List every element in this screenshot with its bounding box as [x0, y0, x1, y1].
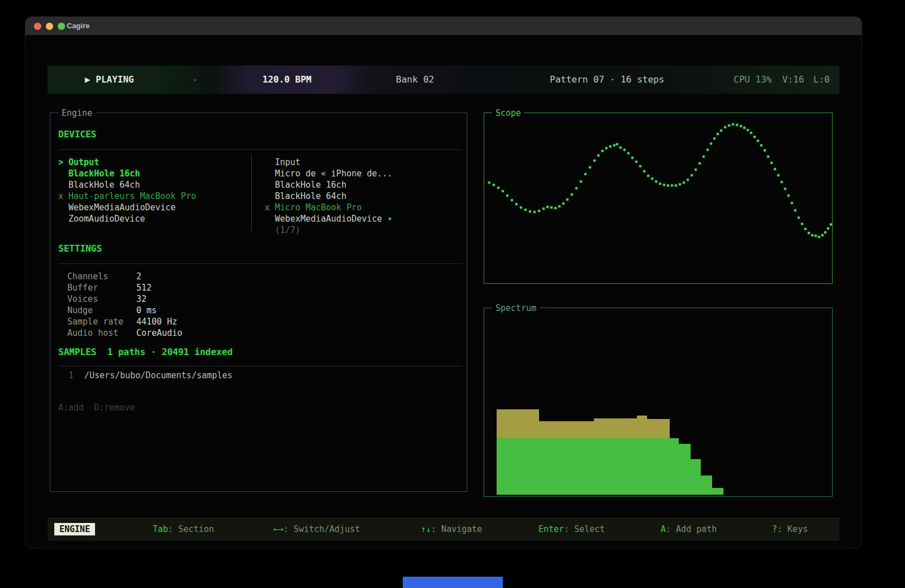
- section-mode-badge[interactable]: ENGINE: [54, 523, 95, 535]
- scope-dot: [675, 184, 677, 187]
- scope-dot: [609, 145, 611, 148]
- scope-dot: [627, 152, 630, 154]
- setting-value[interactable]: 512: [136, 282, 152, 293]
- hint-add-path: A: Add path: [661, 518, 717, 540]
- scope-dot: [804, 228, 807, 230]
- spectrum-level-segment: [679, 444, 691, 495]
- spectrum-peak-hold-segment: [637, 416, 647, 438]
- scope-dot: [808, 232, 810, 234]
- scope-dot: [691, 174, 693, 176]
- transport-status-label: PLAYING: [96, 74, 133, 85]
- scope-dot: [821, 234, 824, 236]
- transport-dash: -: [192, 66, 198, 94]
- scope-dot: [613, 144, 615, 146]
- hint-key: Enter: [538, 524, 564, 534]
- input-device-item[interactable]: Micro de « iPhone de...: [50, 168, 468, 179]
- close-window-icon[interactable]: [34, 23, 41, 30]
- zoom-window-icon[interactable]: [58, 23, 65, 30]
- scope-dot: [753, 136, 756, 138]
- setting-value[interactable]: 44100 Hz: [136, 316, 177, 327]
- scope-dot: [616, 143, 618, 145]
- voices-meter: V:16: [782, 66, 804, 94]
- scope-dot: [760, 144, 762, 146]
- spectrum-peak-hold-segment: [539, 421, 594, 438]
- scope-dot: [562, 202, 564, 205]
- setting-label: Sample rate: [67, 316, 123, 327]
- scope-dot: [801, 223, 803, 225]
- app-content: ▶ PLAYING - 120.0 BPM Bank 02 Pattern 07…: [25, 35, 861, 548]
- samples-meta: 1 paths · 20491 indexed: [107, 347, 233, 357]
- scope-dot: [736, 124, 738, 126]
- scope-dot: [767, 155, 769, 158]
- setting-value[interactable]: 2: [136, 271, 141, 282]
- setting-label: Voices: [67, 293, 98, 305]
- input-device-label: Input: [275, 157, 300, 168]
- spectrum-level-segment: [701, 475, 712, 495]
- bpm-value[interactable]: 120.0 BPM: [262, 66, 312, 94]
- scope-dot: [623, 149, 626, 151]
- scope-dot: [643, 170, 645, 172]
- input-device-page-indicator: (1/7): [275, 224, 300, 236]
- hint-section: Tab: Section: [153, 518, 214, 540]
- input-device-label: Micro MacBook Pro: [275, 202, 362, 213]
- pattern-indicator[interactable]: Pattern 07 · 16 steps: [550, 66, 664, 94]
- scope-dot: [546, 206, 549, 208]
- input-device-label: WebexMediaAudioDevice ▾: [275, 213, 393, 224]
- scope-dot: [589, 166, 591, 168]
- input-device-item[interactable]: xMicro MacBook Pro: [50, 202, 468, 213]
- dock-indicator: [403, 577, 503, 588]
- scope-dot: [757, 140, 759, 142]
- scope-dot: [571, 193, 573, 196]
- engine-panel-title: Engine: [58, 107, 96, 119]
- settings-separator: [58, 263, 462, 264]
- scope-dot: [720, 129, 722, 132]
- hint-select: Enter: Select: [538, 518, 605, 540]
- app-window: Cagire ▶ PLAYING - 120.0 BPM Bank 02 Pat…: [25, 17, 861, 548]
- setting-value[interactable]: 0 ms: [136, 305, 157, 316]
- scope-dot: [506, 194, 508, 197]
- scope-dot: [683, 181, 685, 184]
- minimize-window-icon[interactable]: [46, 23, 53, 30]
- scope-dot: [550, 206, 553, 209]
- scope-dot: [695, 168, 697, 171]
- scope-dot: [787, 194, 790, 197]
- scope-dot: [667, 184, 669, 187]
- scope-dot: [493, 184, 495, 186]
- spectrum-peak-hold-segment: [594, 418, 637, 438]
- input-device-item[interactable]: Input: [50, 157, 468, 168]
- input-device-label: BlackHole 64ch: [275, 191, 346, 202]
- scope-dot: [728, 124, 730, 127]
- scope-dot: [811, 234, 813, 236]
- setting-label: Audio host: [67, 327, 118, 339]
- scope-dot: [601, 150, 604, 152]
- transport-status[interactable]: ▶ PLAYING: [85, 66, 134, 94]
- cpu-meter: CPU 13%: [734, 66, 772, 94]
- hint-key: ↑↓: [421, 524, 431, 534]
- scope-dot: [580, 180, 582, 183]
- setting-value[interactable]: 32: [136, 293, 146, 305]
- input-device-item[interactable]: BlackHole 16ch: [50, 179, 468, 191]
- scope-dot: [542, 207, 545, 210]
- bank-indicator[interactable]: Bank 02: [396, 66, 434, 94]
- input-device-item[interactable]: BlackHole 64ch: [50, 191, 468, 202]
- scope-dot: [635, 161, 637, 163]
- spectrum-panel: Spectrum: [484, 308, 833, 497]
- scope-dot: [538, 210, 540, 212]
- hint-keys: ?: Keys: [772, 518, 808, 540]
- scope-dot: [679, 183, 681, 185]
- input-device-item[interactable]: WebexMediaAudioDevice ▾: [50, 213, 468, 224]
- scope-dot: [740, 125, 742, 127]
- scope-dot: [566, 198, 568, 201]
- sample-path[interactable]: /Users/bubo/Documents/samples: [84, 370, 232, 381]
- spectrum-peak-hold-segment: [497, 409, 539, 438]
- setting-value[interactable]: CoreAudio: [136, 327, 182, 339]
- scope-dot: [502, 190, 504, 192]
- scope-dot: [558, 205, 561, 207]
- devices-heading: DEVICES: [58, 129, 96, 140]
- scope-dot: [575, 187, 578, 189]
- scope-dot: [717, 133, 719, 135]
- dropdown-arrow-icon: ▾: [382, 214, 393, 224]
- scope-dot: [791, 202, 793, 204]
- play-icon: ▶: [85, 74, 90, 85]
- samples-heading: SAMPLES 1 paths · 20491 indexed: [58, 347, 232, 357]
